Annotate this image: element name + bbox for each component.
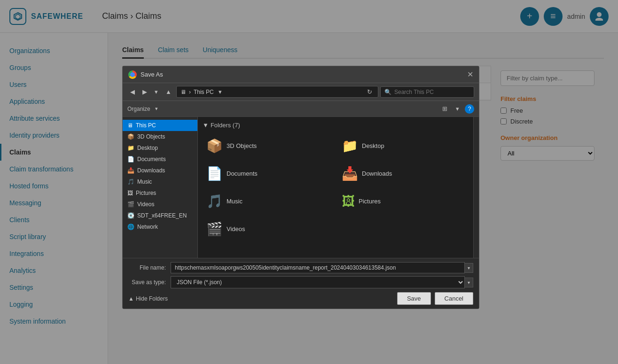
tree-label-videos: Videos [137, 201, 154, 208]
tree-item-3d-objects[interactable]: 📦 3D Objects [123, 131, 197, 142]
tree-label-this-pc: This PC [136, 122, 156, 129]
folder-label-videos: Videos [227, 225, 245, 232]
folders-header: ▼ Folders (7) [203, 122, 469, 129]
hide-folders-label: Hide Folders [136, 295, 168, 302]
path-separator: › [189, 89, 191, 95]
folders-count-label: Folders (7) [211, 122, 240, 129]
path-icon: 🖥 [180, 89, 186, 95]
folder-label-3d-objects: 3D Objects [227, 142, 257, 149]
organize-left: Organize ▾ [127, 104, 161, 114]
chrome-icon [128, 70, 137, 79]
path-bar: 🖥 › This PC ▾ ↻ [176, 86, 378, 98]
folder-icon-music: 🎵 [206, 194, 223, 209]
cancel-button[interactable]: Cancel [435, 292, 473, 305]
path-dropdown-button[interactable]: ▾ [217, 88, 224, 95]
tree-label-desktop: Desktop [137, 145, 158, 151]
folder-label-desktop: Desktop [362, 142, 384, 149]
videos-icon: 🎬 [127, 201, 134, 208]
search-icon: 🔍 [384, 89, 391, 95]
save-cancel-buttons: Save Cancel [397, 292, 473, 305]
tree-item-this-pc[interactable]: 🖥 This PC [123, 120, 197, 131]
tree-label-downloads: Downloads [137, 167, 165, 174]
folder-icon-downloads: 📥 [342, 166, 358, 181]
up-button[interactable]: ▲ [163, 86, 174, 97]
dialog-toolbar: ◀ ▶ ▾ ▲ 🖥 › This PC ▾ ↻ 🔍 [123, 83, 479, 101]
tree-item-pictures[interactable]: 🖼 Pictures [123, 187, 197, 199]
hide-folders-arrow: ▲ [128, 295, 134, 302]
dialog-organize-bar: Organize ▾ ⊞ ▾ ? [123, 101, 479, 117]
back-button[interactable]: ◀ [127, 86, 138, 97]
folder-label-music: Music [227, 198, 243, 205]
hide-folders-button[interactable]: ▲ Hide Folders [128, 295, 168, 302]
forward-button[interactable]: ▶ [140, 86, 150, 97]
folders-grid: 📦 3D Objects 📁 Desktop 📄 Documents 📥 Dow… [203, 134, 469, 240]
organize-label: Organize [127, 106, 150, 112]
dialog-body: 🖥 This PC 📦 3D Objects 📁 Desktop 📄 Docum… [123, 117, 479, 258]
folder-icon-3d-objects: 📦 [206, 138, 223, 154]
dialog-scrollbar[interactable] [473, 117, 479, 258]
folder-label-downloads: Downloads [362, 170, 392, 177]
dialog-title: Save As [128, 70, 163, 79]
folder-item-downloads[interactable]: 📥 Downloads [338, 162, 469, 185]
organize-right: ⊞ ▾ ? [439, 103, 474, 114]
pictures-icon: 🖼 [127, 190, 133, 196]
sdt-icon: 💽 [127, 212, 134, 219]
tree-item-network[interactable]: 🌐 Network [123, 221, 197, 232]
organize-dropdown-button[interactable]: ▾ [152, 104, 161, 114]
tree-item-desktop[interactable]: 📁 Desktop [123, 142, 197, 154]
dialog-titlebar: Save As ✕ [123, 66, 479, 83]
this-pc-icon: 🖥 [127, 122, 133, 129]
save-as-dialog: Save As ✕ ◀ ▶ ▾ ▲ 🖥 › This PC ▾ ↻ 🔍 [122, 66, 479, 309]
documents-icon: 📄 [127, 156, 134, 163]
file-name-input[interactable] [171, 262, 465, 273]
folder-item-desktop[interactable]: 📁 Desktop [338, 134, 469, 157]
folder-item-music[interactable]: 🎵 Music [203, 190, 333, 213]
dialog-footer: File name: ▾ Save as type: JSON File (*.… [123, 258, 479, 309]
save-as-type-row: Save as type: JSON File (*.json) ▾ [128, 276, 473, 288]
search-bar: 🔍 [380, 86, 474, 98]
dropdown-nav-button[interactable]: ▾ [152, 86, 161, 97]
save-as-dropdown-arrow[interactable]: ▾ [465, 278, 473, 287]
file-name-dropdown-arrow[interactable]: ▾ [465, 263, 473, 273]
tree-item-sdt[interactable]: 💽 SDT_x64FREE_EN [123, 210, 197, 221]
3d-objects-icon: 📦 [127, 133, 134, 140]
path-root[interactable]: This PC [194, 89, 214, 95]
tree-item-downloads[interactable]: 📥 Downloads [123, 165, 197, 176]
dialog-title-text: Save As [141, 71, 163, 78]
file-grid: ▼ Folders (7) 📦 3D Objects 📁 Desktop 📄 D… [198, 117, 473, 258]
dialog-action-buttons: ▲ Hide Folders Save Cancel [128, 292, 473, 305]
tree-item-documents[interactable]: 📄 Documents [123, 154, 197, 165]
view-dropdown-button[interactable]: ▾ [453, 103, 462, 114]
collapse-icon[interactable]: ▼ [203, 122, 209, 129]
file-tree: 🖥 This PC 📦 3D Objects 📁 Desktop 📄 Docum… [123, 117, 198, 258]
dialog-close-button[interactable]: ✕ [467, 70, 473, 79]
folder-label-pictures: Pictures [359, 198, 381, 205]
save-button[interactable]: Save [397, 292, 431, 305]
folder-item-3d-objects[interactable]: 📦 3D Objects [203, 134, 333, 157]
dialog-overlay: Save As ✕ ◀ ▶ ▾ ▲ 🖥 › This PC ▾ ↻ 🔍 [0, 0, 618, 364]
view-options-button[interactable]: ⊞ [439, 103, 450, 114]
downloads-icon: 📥 [127, 167, 134, 174]
folder-item-pictures[interactable]: 🖼 Pictures [338, 190, 469, 213]
help-button[interactable]: ? [465, 104, 474, 114]
folder-icon-videos: 🎬 [206, 221, 223, 237]
search-input[interactable] [394, 89, 470, 95]
folder-icon-documents: 📄 [206, 166, 223, 181]
tree-item-music[interactable]: 🎵 Music [123, 176, 197, 187]
save-as-label: Save as type: [128, 279, 171, 286]
folder-item-documents[interactable]: 📄 Documents [203, 162, 333, 185]
file-name-label: File name: [128, 264, 171, 271]
tree-item-videos[interactable]: 🎬 Videos [123, 199, 197, 210]
tree-label-music: Music [137, 178, 152, 185]
folder-label-documents: Documents [227, 170, 258, 177]
refresh-button[interactable]: ↻ [365, 88, 374, 95]
save-as-type-select[interactable]: JSON File (*.json) [171, 276, 465, 288]
folder-item-videos[interactable]: 🎬 Videos [203, 217, 333, 240]
tree-label-sdt: SDT_x64FREE_EN [137, 212, 187, 219]
folder-icon-desktop: 📁 [342, 138, 358, 154]
music-icon: 🎵 [127, 178, 134, 185]
tree-label-pictures: Pictures [136, 190, 156, 196]
folder-icon-pictures: 🖼 [342, 194, 355, 209]
network-icon: 🌐 [127, 224, 134, 230]
tree-label-3d-objects: 3D Objects [137, 133, 165, 140]
